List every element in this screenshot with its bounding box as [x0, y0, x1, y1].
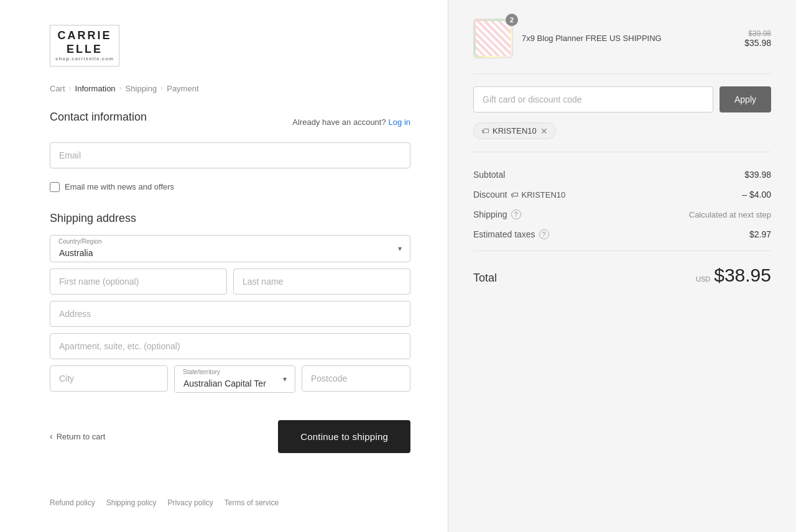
- total-currency: USD: [696, 275, 710, 283]
- price-section: Subtotal $39.98 Discount 🏷 KRISTEN10 – $…: [473, 165, 771, 244]
- subtotal-value: $39.98: [744, 170, 771, 180]
- shipping-help-icon[interactable]: ?: [511, 209, 521, 219]
- already-account-text: Already have an account?: [292, 117, 386, 127]
- postcode-group: [302, 365, 410, 399]
- shipping-section: Shipping address Country/Region Australi…: [50, 212, 410, 405]
- return-to-cart-link[interactable]: ‹ Return to cart: [50, 431, 105, 441]
- divider-3: [473, 250, 771, 251]
- country-wrapper: Country/Region Australia ▾: [50, 235, 410, 262]
- divider-1: [473, 73, 771, 74]
- product-info: 7x9 Blog Planner FREE US SHIPPING: [522, 33, 736, 44]
- state-wrapper: State/territory Australian Capital Ter ▾: [174, 365, 295, 393]
- breadcrumb-cart[interactable]: Cart: [50, 84, 65, 93]
- footer-links: Refund policy Shipping policy Privacy po…: [50, 474, 410, 507]
- back-arrow-icon: ‹: [50, 431, 53, 441]
- newsletter-row: Email me with news and offers: [50, 182, 410, 192]
- shipping-title: Shipping address: [50, 212, 410, 225]
- city-field[interactable]: [50, 365, 168, 392]
- discount-label: Discount 🏷 KRISTEN10: [473, 190, 565, 200]
- shipping-value: Calculated at next step: [689, 210, 771, 219]
- breadcrumb-information: Information: [75, 84, 116, 93]
- email-group: [50, 142, 410, 168]
- contact-title: Contact information: [50, 111, 147, 124]
- logo: CARRIE ELLE shop.carrieelle.com: [50, 25, 410, 66]
- subtotal-label: Subtotal: [473, 170, 505, 180]
- refund-policy-link[interactable]: Refund policy: [50, 498, 95, 507]
- product-image-wrap: 2: [473, 19, 513, 58]
- product-row: 2 7x9 Blog Planner FREE US SHIPPING $39.…: [473, 19, 771, 58]
- divider-2: [473, 152, 771, 152]
- name-row: [50, 268, 410, 295]
- left-panel: CARRIE ELLE shop.carrieelle.com Cart › I…: [0, 0, 448, 532]
- discount-code-label: KRISTEN10: [521, 190, 565, 200]
- log-in-link[interactable]: Log in: [389, 117, 410, 127]
- newsletter-checkbox[interactable]: [50, 182, 60, 192]
- return-label: Return to cart: [57, 432, 106, 441]
- last-name-field[interactable]: [233, 268, 410, 295]
- total-row: Total USD $38.95: [473, 261, 771, 290]
- newsletter-label: Email me with news and offers: [65, 182, 174, 191]
- contact-header: Contact information Already have an acco…: [50, 111, 410, 134]
- taxes-help-icon[interactable]: ?: [539, 229, 549, 239]
- breadcrumb-sep2: ›: [119, 84, 122, 93]
- product-name: 7x9 Blog Planner FREE US SHIPPING: [522, 33, 736, 44]
- total-amount: USD $38.95: [696, 265, 771, 286]
- first-name-field[interactable]: [50, 268, 227, 295]
- logo-main2: ELLE: [55, 43, 114, 57]
- discount-tag-icon: 🏷: [511, 190, 519, 200]
- shipping-row: Shipping ? Calculated at next step: [473, 204, 771, 224]
- remove-code-button[interactable]: ✕: [540, 127, 548, 135]
- address-group: [50, 301, 410, 327]
- total-label: Total: [473, 272, 497, 285]
- postcode-field[interactable]: [302, 365, 410, 392]
- sale-price: $35.98: [744, 38, 771, 48]
- terms-link[interactable]: Terms of service: [224, 498, 279, 507]
- product-prices: $39.98 $35.98: [744, 29, 771, 48]
- account-prompt: Already have an account? Log in: [292, 117, 410, 127]
- discount-code-row: Apply: [473, 86, 771, 112]
- privacy-policy-link[interactable]: Privacy policy: [167, 498, 213, 507]
- logo-main: CARRIE: [55, 29, 114, 43]
- total-value: $38.95: [714, 265, 771, 286]
- state-select[interactable]: Australian Capital Ter: [174, 365, 295, 393]
- taxes-value: $2.97: [749, 229, 771, 239]
- breadcrumb-sep3: ›: [160, 84, 163, 93]
- discount-code-input[interactable]: [473, 86, 713, 112]
- product-thumbnail: [476, 21, 511, 56]
- right-panel: 2 7x9 Blog Planner FREE US SHIPPING $39.…: [448, 0, 796, 532]
- apt-group: [50, 333, 410, 359]
- original-price: $39.98: [744, 29, 771, 38]
- email-field[interactable]: [50, 142, 410, 168]
- product-image: [473, 19, 513, 58]
- breadcrumb-shipping: Shipping: [126, 84, 157, 93]
- breadcrumb-sep1: ›: [69, 84, 72, 93]
- subtotal-row: Subtotal $39.98: [473, 165, 771, 185]
- tag-icon: 🏷: [481, 127, 489, 135]
- action-row: ‹ Return to cart Continue to shipping: [50, 420, 410, 453]
- city-state-post-row: State/territory Australian Capital Ter ▾: [50, 365, 410, 399]
- shipping-policy-link[interactable]: Shipping policy: [106, 498, 157, 507]
- discount-code-badge: 🏷 KRISTEN10: [511, 190, 565, 200]
- taxes-label: Estimated taxes ?: [473, 229, 549, 239]
- city-group: [50, 365, 168, 399]
- product-badge: 2: [506, 14, 518, 26]
- applied-code-tag: 🏷 KRISTEN10 ✕: [473, 122, 556, 139]
- apply-button[interactable]: Apply: [720, 86, 771, 112]
- shipping-label: Shipping ?: [473, 209, 521, 219]
- logo-sub: shop.carrieelle.com: [55, 56, 114, 62]
- address-field[interactable]: [50, 301, 410, 327]
- discount-value: – $4.00: [742, 190, 771, 200]
- discount-row-summary: Discount 🏷 KRISTEN10 – $4.00: [473, 185, 771, 204]
- taxes-row: Estimated taxes ? $2.97: [473, 224, 771, 244]
- applied-code-text: KRISTEN10: [493, 126, 537, 135]
- continue-to-shipping-button[interactable]: Continue to shipping: [278, 420, 410, 453]
- breadcrumb: Cart › Information › Shipping › Payment: [50, 84, 410, 93]
- apt-field[interactable]: [50, 333, 410, 359]
- country-select[interactable]: Australia: [50, 235, 410, 262]
- breadcrumb-payment: Payment: [167, 84, 198, 93]
